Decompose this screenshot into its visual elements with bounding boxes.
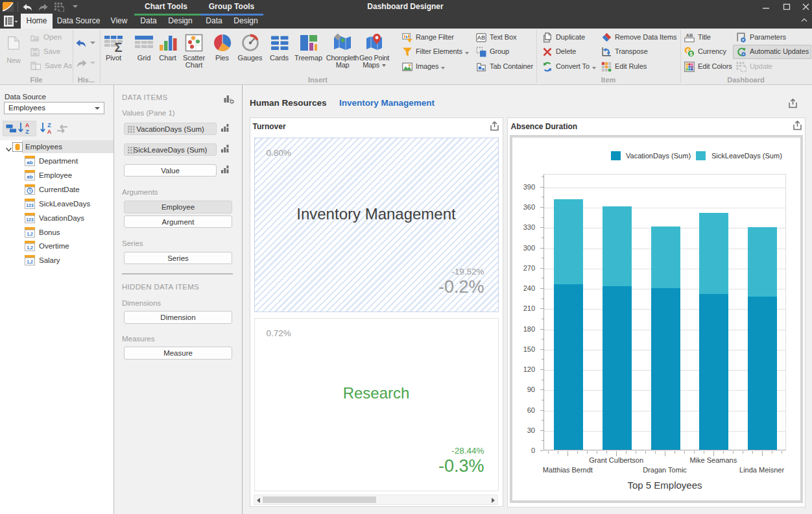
bar-sickleavedays-1[interactable] (603, 206, 632, 286)
tree-node-employee[interactable]: Employee (39, 171, 72, 179)
tab-chart-data[interactable]: Data (134, 14, 163, 29)
open-button[interactable]: Open (30, 33, 62, 45)
data-item-pill-measure-placeholder[interactable]: Measure (124, 347, 232, 360)
value-options-icon-2[interactable] (221, 144, 229, 154)
data-item-pill-value-placeholder[interactable]: Value (124, 164, 217, 177)
delete-button[interactable]: Delete (542, 47, 576, 57)
breadcrumb-current[interactable]: Inventory Management (339, 98, 435, 108)
tab-home[interactable]: Home (21, 14, 53, 29)
tree-node-overtime[interactable]: Overtime (39, 242, 69, 250)
convert-to-button[interactable]: Convert To (542, 62, 596, 72)
collapse-ribbon-button[interactable] (800, 17, 808, 23)
value-options-icon-1[interactable] (221, 123, 229, 133)
data-item-pill-series-placeholder[interactable]: Series (124, 252, 232, 265)
remove-data-items-icon (601, 32, 612, 43)
turnover-horizontal-scrollbar[interactable] (254, 495, 498, 505)
value-options-icon-3[interactable] (221, 165, 229, 175)
svg-text:1,2: 1,2 (27, 232, 33, 237)
redo-ribbon-button[interactable] (76, 58, 87, 70)
parameters-button[interactable]: Parameters (736, 32, 786, 43)
currency-button[interactable]: € $ Currency (684, 47, 726, 57)
edit-rules-button[interactable]: Edit Rules (601, 62, 647, 72)
sort-ascending-button[interactable]: A Z (18, 122, 32, 137)
bar-vacationdays-3[interactable] (699, 294, 728, 450)
svg-text:1,2: 1,2 (27, 260, 33, 265)
redo-button[interactable] (38, 4, 48, 11)
text-box-button[interactable]: AB Text Box (476, 32, 516, 43)
undo-button[interactable] (23, 4, 33, 11)
bar-vacationdays-4[interactable] (748, 297, 777, 450)
tree-node-currentdate[interactable]: CurrentDate (39, 186, 80, 193)
geo-point-maps-button[interactable]: Geo Point Maps (347, 32, 401, 68)
history-group-label: His... (78, 76, 95, 84)
undo-icon (76, 40, 87, 47)
turnover-export-icon[interactable] (490, 121, 499, 131)
application-menu-button[interactable] (4, 16, 18, 29)
tree-expander-icon[interactable] (5, 143, 12, 155)
bar-vacationdays-1[interactable] (603, 286, 632, 450)
scroll-right-icon[interactable] (492, 498, 495, 503)
images-button-label: Images (416, 62, 438, 70)
sort-descending-button[interactable]: Z A (40, 122, 54, 137)
absence-export-icon[interactable] (793, 121, 802, 130)
automatic-updates-button[interactable]: Automatic Updates (736, 47, 809, 57)
transpose-button[interactable]: Transpose (601, 47, 648, 57)
tab-container-button[interactable]: Tab Container (476, 62, 533, 72)
maximize-button[interactable] (777, 0, 796, 14)
save-button[interactable]: Save (30, 47, 60, 59)
bar-vacationdays-0[interactable] (554, 284, 583, 450)
update-quick-button[interactable] (54, 3, 64, 12)
tab-chart-design[interactable]: Design (165, 14, 195, 29)
undo-ribbon-button[interactable] (76, 38, 87, 50)
tree-node-salary[interactable]: Salary (39, 256, 60, 264)
data-item-pill-argument-placeholder[interactable]: Argument (124, 215, 232, 228)
range-filter-button[interactable]: Range Filter (402, 32, 454, 43)
title-button[interactable]: AB Title (684, 32, 711, 43)
filter-elements-button[interactable]: Filter Elements (402, 47, 469, 57)
data-item-pill-dimension-placeholder[interactable]: Dimension (124, 311, 232, 324)
bar-vacationdays-2[interactable] (651, 288, 680, 450)
open-button-label: Open (43, 33, 62, 41)
close-button[interactable] (796, 0, 812, 14)
edit-colors-button[interactable]: Edit Colors (684, 62, 732, 72)
tree-node-sickleavedays[interactable]: SickLeaveDays (39, 200, 90, 208)
data-item-pill-employee[interactable]: Employee (124, 201, 232, 214)
dashboard-export-icon[interactable] (788, 99, 798, 108)
group-button[interactable]: Group (476, 47, 509, 57)
tree-node-employees[interactable]: Employees (25, 143, 62, 151)
tree-node-bonus[interactable]: Bonus (39, 228, 60, 236)
pill-grid-icon (128, 147, 135, 154)
swap-fields-button[interactable] (57, 124, 67, 136)
tab-view[interactable]: View (105, 14, 133, 29)
update-button[interactable]: Update (736, 62, 772, 72)
tab-group-design[interactable]: Design (231, 14, 261, 29)
tab-data-source[interactable]: Data Source (55, 14, 102, 29)
tree-node-department[interactable]: Department (39, 157, 78, 165)
data-item-pill-vacationdays[interactable]: VacationDays (Sum) (124, 123, 217, 136)
bar-sickleavedays-2[interactable] (651, 226, 680, 288)
bar-sickleavedays-0[interactable] (554, 199, 583, 284)
bar-sickleavedays-4[interactable] (748, 227, 777, 296)
swap-arrows-icon (57, 125, 67, 133)
data-item-pill-sickleavedays[interactable]: SickLeaveDays (Sum) (124, 143, 217, 156)
redo-dropdown-icon[interactable] (90, 62, 95, 64)
tab-group-data[interactable]: Data (200, 14, 228, 29)
tree-node-vacationdays[interactable]: VacationDays (39, 214, 84, 222)
kpi-tile-inventory-management[interactable]: 0.80% Inventory Management -19.52% -0.2% (254, 138, 499, 312)
kpi-tile-research[interactable]: 0.72% Research -28.44% -0.3% (254, 318, 499, 491)
duplicate-button[interactable]: Duplicate (542, 32, 585, 43)
turnover-card[interactable]: Turnover 0.80% Inventory Management -19.… (250, 117, 503, 507)
field-display-mode-button[interactable] (6, 124, 17, 136)
images-button[interactable]: Images (402, 62, 445, 72)
minimize-button[interactable] (756, 0, 776, 14)
breadcrumb-parent[interactable]: Human Resources (250, 98, 327, 108)
data-source-select[interactable]: Employees (4, 102, 104, 114)
save-as-button[interactable]: Save As (30, 62, 72, 73)
date-field-icon (25, 184, 35, 197)
scroll-left-icon[interactable] (257, 498, 260, 503)
add-data-item-icon[interactable] (224, 94, 235, 104)
bar-sickleavedays-3[interactable] (699, 213, 728, 294)
scrollbar-thumb[interactable] (263, 496, 376, 504)
remove-data-items-button[interactable]: Remove Data Items (601, 32, 677, 43)
qat-dropdown-icon[interactable] (73, 5, 78, 8)
